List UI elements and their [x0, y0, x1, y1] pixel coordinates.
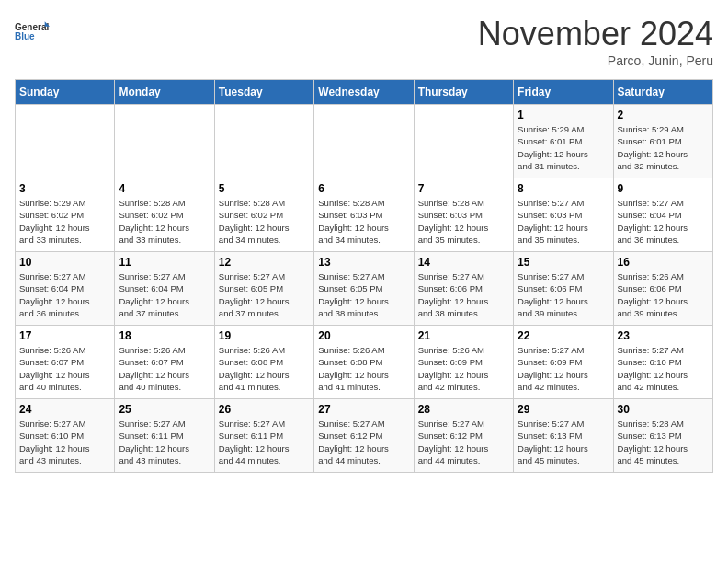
- svg-text:Blue: Blue: [15, 31, 35, 41]
- table-cell: 6Sunrise: 5:28 AMSunset: 6:03 PMDaylight…: [314, 178, 414, 252]
- day-number: 19: [219, 329, 310, 342]
- day-info: Sunrise: 5:28 AMSunset: 6:02 PMDaylight:…: [119, 197, 210, 246]
- day-number: 21: [418, 329, 509, 342]
- table-cell: 30Sunrise: 5:28 AMSunset: 6:13 PMDayligh…: [613, 399, 712, 473]
- day-number: 10: [19, 256, 110, 269]
- day-number: 12: [219, 256, 310, 269]
- day-info: Sunrise: 5:26 AMSunset: 6:06 PMDaylight:…: [618, 270, 709, 319]
- day-info: Sunrise: 5:27 AMSunset: 6:11 PMDaylight:…: [219, 418, 310, 466]
- table-cell: 5Sunrise: 5:28 AMSunset: 6:02 PMDaylight…: [214, 178, 313, 252]
- day-info: Sunrise: 5:29 AMSunset: 6:02 PMDaylight:…: [19, 197, 110, 246]
- day-number: 29: [518, 403, 609, 416]
- table-cell: 18Sunrise: 5:26 AMSunset: 6:07 PMDayligh…: [115, 326, 214, 399]
- table-cell: 22Sunrise: 5:27 AMSunset: 6:09 PMDayligh…: [514, 326, 613, 399]
- header-wednesday: Wednesday: [314, 80, 414, 105]
- location-subtitle: Parco, Junin, Peru: [478, 53, 713, 68]
- day-info: Sunrise: 5:27 AMSunset: 6:10 PMDaylight:…: [618, 344, 709, 393]
- day-info: Sunrise: 5:27 AMSunset: 6:12 PMDaylight:…: [318, 418, 409, 466]
- day-number: 2: [618, 109, 709, 121]
- table-cell: 14Sunrise: 5:27 AMSunset: 6:06 PMDayligh…: [414, 252, 513, 326]
- day-info: Sunrise: 5:28 AMSunset: 6:03 PMDaylight:…: [418, 197, 509, 246]
- week-row-2: 3Sunrise: 5:29 AMSunset: 6:02 PMDaylight…: [16, 178, 713, 252]
- table-cell: [115, 105, 214, 178]
- day-info: Sunrise: 5:27 AMSunset: 6:04 PMDaylight:…: [19, 270, 110, 319]
- day-number: 16: [618, 256, 709, 269]
- table-cell: 12Sunrise: 5:27 AMSunset: 6:05 PMDayligh…: [214, 252, 313, 326]
- day-info: Sunrise: 5:26 AMSunset: 6:09 PMDaylight:…: [418, 344, 509, 393]
- calendar-header-row: SundayMondayTuesdayWednesdayThursdayFrid…: [16, 80, 713, 105]
- day-info: Sunrise: 5:27 AMSunset: 6:03 PMDaylight:…: [518, 197, 609, 246]
- table-cell: [314, 105, 414, 178]
- day-number: 23: [618, 329, 709, 342]
- day-number: 15: [518, 256, 609, 269]
- day-info: Sunrise: 5:26 AMSunset: 6:07 PMDaylight:…: [19, 344, 110, 393]
- table-cell: 7Sunrise: 5:28 AMSunset: 6:03 PMDaylight…: [414, 178, 513, 252]
- day-number: 24: [19, 403, 110, 416]
- day-number: 11: [119, 256, 210, 269]
- day-info: Sunrise: 5:27 AMSunset: 6:12 PMDaylight:…: [418, 418, 509, 466]
- day-number: 14: [418, 256, 509, 269]
- table-cell: 28Sunrise: 5:27 AMSunset: 6:12 PMDayligh…: [414, 399, 513, 473]
- table-cell: 1Sunrise: 5:29 AMSunset: 6:01 PMDaylight…: [514, 105, 613, 178]
- day-info: Sunrise: 5:27 AMSunset: 6:09 PMDaylight:…: [518, 344, 609, 393]
- table-cell: [16, 105, 115, 178]
- table-cell: 3Sunrise: 5:29 AMSunset: 6:02 PMDaylight…: [16, 178, 115, 252]
- day-info: Sunrise: 5:27 AMSunset: 6:05 PMDaylight:…: [219, 270, 310, 319]
- table-cell: 17Sunrise: 5:26 AMSunset: 6:07 PMDayligh…: [16, 326, 115, 399]
- header-saturday: Saturday: [613, 80, 712, 105]
- day-info: Sunrise: 5:28 AMSunset: 6:02 PMDaylight:…: [219, 197, 310, 246]
- table-cell: [414, 105, 513, 178]
- day-number: 4: [119, 182, 210, 195]
- day-info: Sunrise: 5:27 AMSunset: 6:05 PMDaylight:…: [318, 270, 409, 319]
- day-info: Sunrise: 5:29 AMSunset: 6:01 PMDaylight:…: [518, 123, 609, 172]
- day-number: 18: [119, 329, 210, 342]
- day-number: 3: [19, 182, 110, 195]
- day-number: 22: [518, 329, 609, 342]
- table-cell: 29Sunrise: 5:27 AMSunset: 6:13 PMDayligh…: [514, 399, 613, 473]
- day-number: 28: [418, 403, 509, 416]
- table-cell: 23Sunrise: 5:27 AMSunset: 6:10 PMDayligh…: [613, 326, 712, 399]
- day-number: 8: [518, 182, 609, 195]
- day-info: Sunrise: 5:28 AMSunset: 6:13 PMDaylight:…: [618, 418, 709, 466]
- table-cell: 4Sunrise: 5:28 AMSunset: 6:02 PMDaylight…: [115, 178, 214, 252]
- table-cell: 2Sunrise: 5:29 AMSunset: 6:01 PMDaylight…: [613, 105, 712, 178]
- week-row-3: 10Sunrise: 5:27 AMSunset: 6:04 PMDayligh…: [16, 252, 713, 326]
- header-thursday: Thursday: [414, 80, 513, 105]
- day-info: Sunrise: 5:27 AMSunset: 6:10 PMDaylight:…: [19, 418, 110, 466]
- day-number: 27: [318, 403, 409, 416]
- day-number: 6: [318, 182, 409, 195]
- calendar-table: SundayMondayTuesdayWednesdayThursdayFrid…: [15, 79, 713, 473]
- day-number: 7: [418, 182, 509, 195]
- day-info: Sunrise: 5:27 AMSunset: 6:04 PMDaylight:…: [119, 270, 210, 319]
- table-cell: 27Sunrise: 5:27 AMSunset: 6:12 PMDayligh…: [314, 399, 414, 473]
- day-number: 5: [219, 182, 310, 195]
- table-cell: 26Sunrise: 5:27 AMSunset: 6:11 PMDayligh…: [214, 399, 313, 473]
- day-number: 30: [618, 403, 709, 416]
- day-number: 17: [19, 329, 110, 342]
- table-cell: 13Sunrise: 5:27 AMSunset: 6:05 PMDayligh…: [314, 252, 414, 326]
- day-number: 25: [119, 403, 210, 416]
- day-info: Sunrise: 5:27 AMSunset: 6:04 PMDaylight:…: [618, 197, 709, 246]
- table-cell: 16Sunrise: 5:26 AMSunset: 6:06 PMDayligh…: [613, 252, 712, 326]
- day-number: 20: [318, 329, 409, 342]
- week-row-4: 17Sunrise: 5:26 AMSunset: 6:07 PMDayligh…: [16, 326, 713, 399]
- table-cell: 20Sunrise: 5:26 AMSunset: 6:08 PMDayligh…: [314, 326, 414, 399]
- day-info: Sunrise: 5:27 AMSunset: 6:11 PMDaylight:…: [119, 418, 210, 466]
- day-info: Sunrise: 5:27 AMSunset: 6:06 PMDaylight:…: [518, 270, 609, 319]
- day-number: 13: [318, 256, 409, 269]
- week-row-5: 24Sunrise: 5:27 AMSunset: 6:10 PMDayligh…: [16, 399, 713, 473]
- table-cell: 25Sunrise: 5:27 AMSunset: 6:11 PMDayligh…: [115, 399, 214, 473]
- header-friday: Friday: [514, 80, 613, 105]
- month-title: November 2024: [478, 15, 713, 53]
- week-row-1: 1Sunrise: 5:29 AMSunset: 6:01 PMDaylight…: [16, 105, 713, 178]
- svg-text:General: General: [15, 22, 49, 32]
- table-cell: [214, 105, 313, 178]
- day-number: 26: [219, 403, 310, 416]
- day-info: Sunrise: 5:28 AMSunset: 6:03 PMDaylight:…: [318, 197, 409, 246]
- day-number: 1: [518, 109, 609, 121]
- table-cell: 24Sunrise: 5:27 AMSunset: 6:10 PMDayligh…: [16, 399, 115, 473]
- table-cell: 8Sunrise: 5:27 AMSunset: 6:03 PMDaylight…: [514, 178, 613, 252]
- title-block: November 2024 Parco, Junin, Peru: [478, 15, 713, 68]
- day-info: Sunrise: 5:27 AMSunset: 6:06 PMDaylight:…: [418, 270, 509, 319]
- page-header: General Blue November 2024 Parco, Junin,…: [15, 15, 713, 68]
